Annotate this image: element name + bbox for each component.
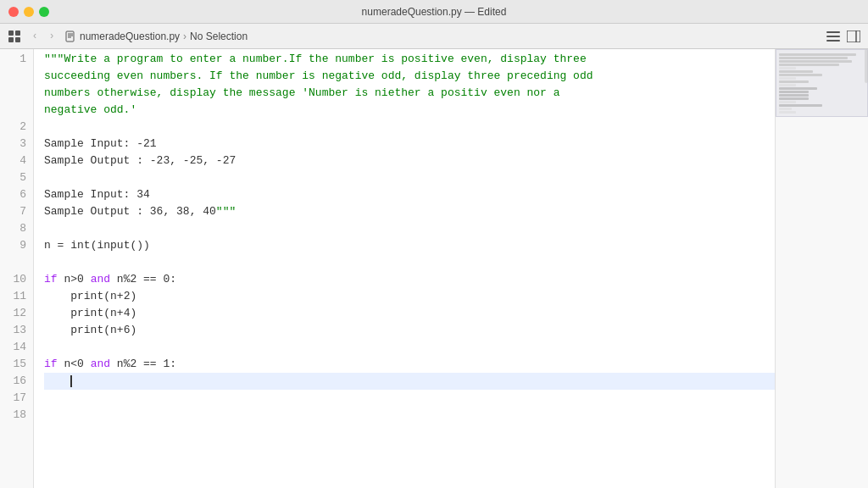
line-num-5: 2: [0, 119, 26, 136]
breadcrumb: numeradeQuestion.py › No Selection: [64, 30, 248, 42]
code-line-17: [44, 373, 775, 390]
svg-rect-11: [847, 30, 860, 42]
svg-rect-10: [826, 40, 840, 42]
code-line-5: [44, 169, 775, 186]
editor[interactable]: 1 2 3 4 5 6 7 8 9 10 11 12 13: [0, 49, 775, 488]
line-num-12: 9: [0, 237, 26, 254]
code-line-4: Sample Output : -23, -25, -27: [44, 152, 775, 169]
maximize-button[interactable]: [39, 7, 49, 17]
code-line-3: Sample Input: -21: [44, 136, 775, 152]
svg-rect-3: [15, 37, 20, 42]
line-num-18: 14: [0, 339, 26, 356]
svg-rect-9: [826, 36, 840, 37]
line-num-16: 12: [0, 305, 26, 322]
code-line-10: [44, 254, 775, 271]
svg-rect-4: [66, 31, 74, 42]
code-line-1c: numbers otherwise, display the message '…: [44, 85, 775, 102]
forward-button[interactable]: ›: [44, 29, 59, 44]
line-num-1: 1: [0, 51, 26, 68]
nav-buttons: ‹ ›: [27, 29, 59, 44]
title-bar: numeradeQuestion.py — Edited: [0, 0, 868, 24]
code-line-11: if n>0 and n%2 == 0:: [44, 271, 775, 288]
code-line-8: [44, 220, 775, 237]
line-num-15: 11: [0, 288, 26, 305]
code-line-14: print(n+6): [44, 322, 775, 339]
selection-label: No Selection: [190, 30, 248, 42]
code-line-6: Sample Input: 34: [44, 186, 775, 203]
svg-rect-8: [826, 31, 840, 33]
hamburger-icon[interactable]: [826, 29, 841, 44]
code-line-2: [44, 119, 775, 136]
minimap-content: [776, 49, 868, 118]
code-line-13: print(n+4): [44, 305, 775, 322]
traffic-lights: [0, 7, 49, 17]
line-num-19: 15: [0, 356, 26, 373]
line-num-21: 17: [0, 390, 26, 407]
line-num-10: 7: [0, 203, 26, 220]
svg-rect-0: [8, 30, 14, 36]
code-line-9: n = int(input()): [44, 237, 775, 254]
svg-rect-1: [15, 30, 20, 36]
line-num-9: 6: [0, 186, 26, 203]
line-num-3: [0, 85, 26, 102]
code-line-12: print(n+2): [44, 288, 775, 305]
breadcrumb-separator: ›: [183, 30, 186, 42]
line-num-22: 18: [0, 407, 26, 424]
line-num-20: 16: [0, 373, 26, 390]
code-line-1b: succeeding even numbers. If the number i…: [44, 68, 775, 85]
filename: numeradeQuestion.py: [80, 30, 180, 42]
code-line-16: if n<0 and n%2 == 1:: [44, 356, 775, 373]
window-title: numeradeQuestion.py — Edited: [362, 6, 507, 18]
code-line-1d: negative odd.': [44, 102, 775, 119]
toolbar-right: [826, 29, 861, 44]
line-num-7: 4: [0, 152, 26, 169]
svg-rect-2: [8, 37, 14, 42]
code-area: 1 2 3 4 5 6 7 8 9 10 11 12 13: [0, 49, 775, 488]
back-button[interactable]: ‹: [27, 29, 42, 44]
main-container: 1 2 3 4 5 6 7 8 9 10 11 12 13: [0, 49, 868, 488]
window: numeradeQuestion.py — Edited ‹ › numerad…: [0, 0, 868, 488]
line-num-4: [0, 102, 26, 119]
close-button[interactable]: [8, 7, 19, 17]
code-line-7: Sample Output : 36, 38, 40""": [44, 203, 775, 220]
line-num-17: 13: [0, 322, 26, 339]
line-num-11: 8: [0, 220, 26, 237]
sidebar-toggle-icon[interactable]: [846, 29, 861, 44]
toolbar: ‹ › numeradeQuestion.py › No Selection: [0, 24, 868, 49]
minimap: [775, 49, 868, 488]
line-numbers: 1 2 3 4 5 6 7 8 9 10 11 12 13: [0, 49, 34, 488]
line-num-8: 5: [0, 169, 26, 186]
line-num-14: 10: [0, 271, 26, 288]
line-num-13: [0, 254, 26, 271]
file-icon: [64, 30, 76, 42]
line-num-2: [0, 68, 26, 85]
code-content[interactable]: """Write a program to enter a number.If …: [34, 49, 775, 488]
code-line-18: [44, 390, 775, 407]
line-num-6: 3: [0, 136, 26, 152]
grid-icon[interactable]: [7, 29, 22, 44]
minimize-button[interactable]: [24, 7, 34, 17]
code-line-15: [44, 339, 775, 356]
code-line-1: """Write a program to enter a number.If …: [44, 51, 775, 68]
